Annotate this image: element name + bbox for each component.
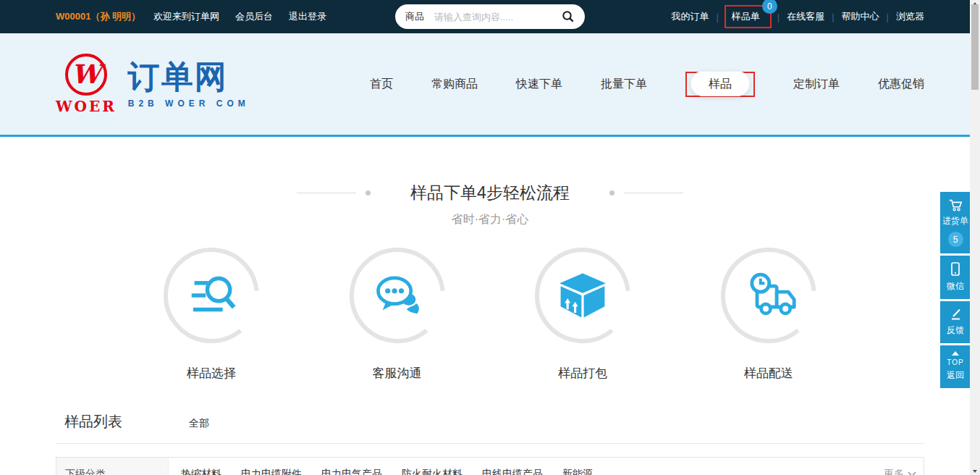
logo-brand-text: WOER (56, 98, 117, 115)
step-sample-selection: 样品选择 (162, 246, 261, 382)
top-arrow-icon (952, 351, 959, 356)
separator: | (777, 12, 780, 22)
nav-sample-label: 样品 (709, 77, 732, 90)
top-utility-bar: W00001（孙 明明） 欢迎来到订单网 会员后台 退出登录 商品 我的订单 |… (0, 0, 980, 33)
more-label: 更多 (884, 468, 904, 475)
top-links: 我的订单 | 样品单 0 | 在线客服 | 帮助中心 | 浏览器 (671, 10, 924, 23)
wechat-button[interactable]: 微信 (940, 256, 971, 299)
step-sample-packing: 样品打包 (533, 246, 632, 382)
decor-dot-left (366, 190, 371, 196)
feedback-button[interactable]: 反馈 (940, 301, 971, 343)
decor-line-right (624, 193, 683, 193)
site-header: W WOER 订单网 B2B WOER COM 首页 常购商品 快速下单 批量下… (0, 33, 980, 137)
tool-label: 反馈 (947, 324, 964, 337)
logo-w: W (72, 61, 101, 87)
step-service-communication: 客服沟通 (348, 246, 447, 382)
top-text: TOP (947, 358, 963, 366)
decor-line-left (297, 193, 356, 193)
logout-link[interactable]: 退出登录 (289, 10, 326, 23)
online-service-link[interactable]: 在线客服 (787, 10, 824, 23)
nav-sample-active[interactable]: 样品 (690, 71, 750, 96)
search-icon (562, 10, 575, 23)
nav-bulk-order[interactable]: 批量下单 (601, 77, 647, 92)
tab-all[interactable]: 全部 (189, 417, 209, 430)
scrollbar-thumb[interactable] (971, 4, 979, 90)
main-nav: 首页 常购商品 快速下单 批量下单 样品 定制订单 优惠促销 (370, 72, 924, 97)
site-name: 订单网 (128, 59, 250, 94)
search-list-icon (183, 267, 240, 324)
nav-custom-order[interactable]: 定制订单 (793, 77, 840, 92)
category-heat-shrink[interactable]: 热缩材料 (181, 468, 221, 475)
site-logo[interactable]: W WOER 订单网 B2B WOER COM (56, 54, 250, 115)
scrollbar-down-arrow[interactable] (973, 470, 977, 473)
site-subtitle: B2B WOER COM (128, 98, 250, 109)
process-title: 样品下单4步轻松流程 (410, 182, 570, 204)
nav-sample-annotation-box: 样品 (685, 72, 755, 97)
chevron-down-icon (908, 471, 916, 475)
sample-cart-badge: 0 (762, 0, 777, 14)
floating-toolbar: 进货单 5 微信 反馈 TOP 返回 (940, 192, 971, 388)
my-orders-link[interactable]: 我的订单 (671, 10, 709, 23)
purchase-list-badge: 5 (948, 232, 963, 247)
nav-quick-order[interactable]: 快速下单 (516, 77, 562, 92)
search-input[interactable] (434, 12, 562, 22)
step-label: 样品选择 (162, 365, 261, 382)
category-power-cable-accessories[interactable]: 电力电缆附件 (241, 468, 302, 475)
process-section: 样品下单4步轻松流程 省时·省力·省心 样品选择 (0, 137, 980, 382)
step-label: 样品打包 (533, 365, 632, 382)
step-label: 客服沟通 (348, 365, 447, 382)
phone-icon (948, 261, 963, 277)
tool-label: 返回 (947, 369, 964, 382)
sample-list-title: 样品列表 (64, 412, 122, 432)
sample-cart-link[interactable]: 样品单 (732, 11, 760, 22)
category-wire-cable[interactable]: 电线电缆产品 (482, 468, 543, 475)
category-fireproof-materials[interactable]: 防火耐火材料 (402, 468, 462, 475)
tool-label: 进货单 (942, 215, 968, 227)
pencil-icon (948, 307, 963, 321)
search-button[interactable] (562, 10, 575, 23)
sample-list-section: 样品列表 全部 下级分类 热缩材料 电力电缆附件 电力电气产品 防火耐火材料 电… (56, 409, 924, 475)
chat-icon (369, 267, 426, 324)
user-id: W00001（孙 明明） (56, 10, 140, 23)
scrollbar[interactable] (970, 0, 980, 475)
process-steps: 样品选择 客服沟通 (162, 246, 818, 382)
help-center-link[interactable]: 帮助中心 (842, 10, 879, 23)
nav-promotions[interactable]: 优惠促销 (878, 77, 924, 92)
search-category-select[interactable]: 商品 (405, 10, 424, 23)
step-sample-delivery: 样品配送 (719, 246, 818, 382)
package-icon (554, 266, 612, 324)
truck-icon (740, 266, 798, 324)
back-to-top-button[interactable]: TOP 返回 (940, 345, 971, 388)
member-backend-link[interactable]: 会员后台 (235, 10, 273, 23)
separator: | (716, 12, 718, 22)
search-bar: 商品 (395, 4, 585, 29)
woer-logo-mark: W WOER (56, 54, 117, 115)
category-new-energy[interactable]: 新能源 (562, 468, 593, 475)
purchase-list-button[interactable]: 进货单 5 (940, 192, 971, 253)
category-power-electrical[interactable]: 电力电气产品 (321, 468, 382, 475)
site-title-block: 订单网 B2B WOER COM (128, 59, 250, 109)
nav-home[interactable]: 首页 (370, 77, 393, 92)
decor-dot-right (609, 190, 614, 196)
step-label: 样品配送 (719, 365, 818, 382)
cart-icon (947, 198, 963, 212)
welcome-text: 欢迎来到订单网 (153, 10, 219, 23)
category-filter-row: 下级分类 热缩材料 电力电缆附件 电力电气产品 防火耐火材料 电线电缆产品 新能… (56, 457, 924, 475)
tool-label: 微信 (947, 280, 964, 293)
more-button[interactable]: 更多 (884, 458, 924, 475)
separator: | (887, 12, 889, 22)
browser-link[interactable]: 浏览器 (896, 10, 924, 23)
process-subtitle: 省时·省力·省心 (0, 212, 980, 227)
filter-label: 下级分类 (56, 458, 169, 475)
sample-cart-annotation-box: 样品单 0 (725, 5, 772, 28)
separator: | (832, 12, 834, 22)
nav-frequent-products[interactable]: 常购商品 (431, 77, 478, 92)
